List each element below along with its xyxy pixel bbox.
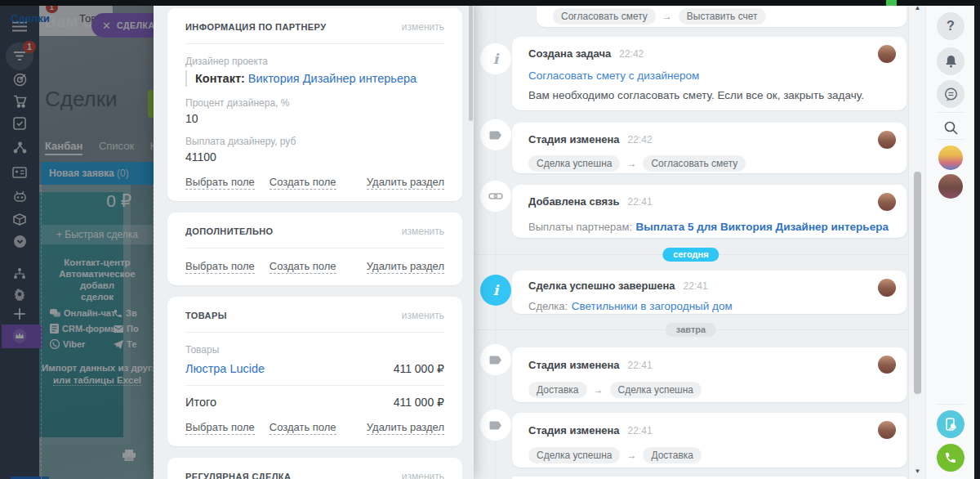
card-title: Добавлена связь: [528, 195, 620, 208]
card-title: Стадия изменена: [528, 359, 620, 371]
relation-label: Выплаты партнерам:: [528, 221, 632, 233]
card-time: 22:41: [684, 280, 708, 292]
card-time: 22:42: [628, 134, 653, 145]
section-regular-deal: РЕГУЛЯРНАЯ СДЕЛКА изменить Регулярная сд…: [167, 458, 462, 479]
link-chain-icon: [480, 181, 511, 212]
field-value: 41100: [185, 150, 444, 163]
info-blue-icon: i: [480, 275, 511, 306]
top-bar-green-accent: [886, 0, 897, 6]
stage-chip: Согласовать смету: [643, 155, 746, 172]
help-button[interactable]: ?: [937, 12, 964, 40]
contact-link[interactable]: Виктория Дизайнер интерьера: [248, 72, 416, 85]
section-partner-info: ИНФОРМАЦИЯ ПО ПАРТНЕРУ изменить Дизайнер…: [167, 8, 462, 201]
create-field-link[interactable]: Создать поле: [270, 176, 336, 190]
section-additional: ДОПОЛНИТЕЛЬНО изменить Выбрать поле Созд…: [167, 213, 462, 285]
field-value: 10: [185, 112, 444, 125]
background-app-area: 1: [0, 0, 154, 479]
contact-prefix: Контакт:: [195, 72, 245, 85]
avatar: [878, 131, 896, 149]
mobile-cloud-icon: [944, 418, 957, 431]
info-icon: i: [480, 43, 511, 74]
notifications-button[interactable]: [937, 47, 964, 75]
today-divider: сегодня: [662, 248, 719, 262]
section-products: ТОВАРЫ изменить Товары Люстра Lucide 411…: [167, 297, 462, 446]
stage-icon: [480, 344, 511, 375]
timeline-card-task: Создана задача 22:42 Согласовать смету с…: [512, 37, 906, 110]
avatar: [878, 279, 896, 297]
card-time: 22:41: [628, 425, 653, 436]
avatar: [878, 421, 896, 439]
chat-bubble-icon: [944, 87, 958, 101]
edit-section-link[interactable]: изменить: [402, 310, 444, 321]
deal-label: Сделка:: [528, 300, 568, 312]
delete-section-link[interactable]: Удалить раздел: [367, 260, 444, 274]
select-field-link[interactable]: Выбрать поле: [185, 260, 255, 274]
section-title: ТОВАРЫ: [185, 311, 227, 320]
edit-section-link[interactable]: изменить: [402, 471, 444, 479]
card-title: Стадия изменена: [528, 133, 620, 145]
card-time: 22:42: [619, 48, 644, 60]
timeline-card-partial-top: Согласовать смету → Выставить счет: [537, 6, 906, 27]
bell-icon: [945, 55, 957, 68]
window-edge-strip: [974, 0, 980, 479]
stage-chip: Доставка: [643, 447, 702, 463]
product-link[interactable]: Люстра Lucide: [185, 362, 265, 375]
stage-chip: Сделка успешна: [528, 447, 620, 463]
deal-detail-panel: ИНФОРМАЦИЯ ПО ПАРТНЕРУ изменить Дизайнер…: [154, 0, 474, 479]
modal-dim-overlay[interactable]: [0, 0, 154, 479]
stage-icon: [480, 410, 511, 441]
select-field-link[interactable]: Выбрать поле: [185, 176, 255, 190]
edit-section-link[interactable]: изменить: [402, 21, 444, 33]
tomorrow-divider: завтра: [666, 323, 716, 337]
section-title: ДОПОЛНИТЕЛЬНО: [185, 226, 274, 236]
scroll-down-arrow[interactable]: ▼: [909, 468, 925, 475]
field-label: Товары: [185, 344, 444, 356]
create-field-link[interactable]: Создать поле: [270, 421, 336, 435]
mobile-app-button[interactable]: [937, 410, 964, 438]
timeline-card-stage: Стадия изменена 22:41 Сделка успешна → Д…: [512, 413, 906, 468]
arrow-icon: →: [594, 384, 604, 396]
card-time: 22:41: [628, 196, 653, 208]
timeline-card-deal-finished: Сделка успешно завершена 22:41 Сделка: С…: [512, 271, 906, 314]
field-label: Процент дизайнера, %: [185, 97, 444, 109]
timeline-feed: Согласовать смету → Выставить счет i Соз…: [474, 0, 925, 479]
user-avatar-2[interactable]: [938, 174, 963, 199]
delete-section-link[interactable]: Удалить раздел: [367, 421, 444, 435]
stage-icon: [480, 119, 511, 150]
toolbar-divider: [936, 404, 965, 405]
user-avatar-1[interactable]: [938, 145, 963, 170]
timeline-card-stage: Стадия изменена 22:41 Доставка → Сделка …: [512, 347, 906, 402]
delete-section-link[interactable]: Удалить раздел: [367, 176, 444, 190]
search-button[interactable]: [937, 117, 964, 138]
timeline-card-relation: Добавлена связь 22:41 Выплаты партнерам:…: [512, 185, 906, 238]
edit-section-link[interactable]: изменить: [402, 226, 444, 237]
deal-link[interactable]: Светильники в загородный дом: [572, 300, 733, 312]
create-field-link[interactable]: Создать поле: [270, 260, 336, 274]
stage-chip: Сделка успешна: [528, 155, 620, 172]
timeline-scrollbar[interactable]: ▲ ▼: [908, 0, 925, 479]
total-price: 411 000 ₽: [394, 396, 444, 409]
section-title: РЕГУЛЯРНАЯ СДЕЛКА: [185, 472, 291, 479]
panel-scrollbar-thumb[interactable]: [469, 0, 473, 121]
arrow-icon: →: [626, 450, 636, 461]
stage-chip: Доставка: [528, 382, 587, 398]
timeline-scrollbar-thumb[interactable]: [914, 172, 921, 394]
call-button[interactable]: [937, 444, 964, 472]
arrow-icon: →: [662, 11, 672, 22]
top-chrome-bar: [0, 0, 980, 6]
help-icon: ?: [947, 19, 955, 34]
task-link[interactable]: Согласовать смету с дизайнером: [528, 69, 890, 82]
arrow-icon: →: [626, 158, 636, 169]
search-icon: [944, 121, 958, 135]
card-title: Стадия изменена: [528, 424, 620, 436]
avatar: [878, 45, 896, 63]
messenger-button[interactable]: [937, 80, 964, 108]
stage-chip: Сделка успешна: [610, 382, 702, 398]
card-time: 22:41: [628, 360, 653, 371]
avatar: [878, 356, 896, 374]
total-label: Итого: [185, 396, 216, 409]
avatar: [878, 193, 896, 211]
relation-link[interactable]: Выплата 5 для Виктория Дизайнер интерьер…: [636, 221, 889, 233]
timeline-card-stage: Стадия изменена 22:42 Сделка успешна → С…: [512, 123, 906, 173]
select-field-link[interactable]: Выбрать поле: [185, 421, 255, 435]
